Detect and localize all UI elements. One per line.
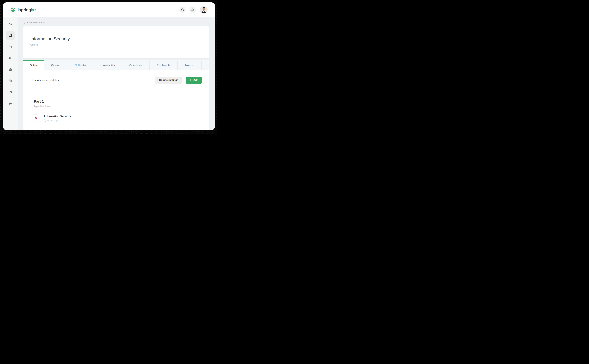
chat-button[interactable] — [179, 7, 186, 13]
sidebar-nav — [3, 17, 18, 130]
tab-more[interactable]: More — [178, 60, 201, 70]
module-list-item[interactable]: Information Security Type description ..… — [33, 114, 202, 122]
home-icon — [8, 22, 12, 26]
calendar-icon — [8, 45, 12, 49]
sidebar-item-home[interactable] — [6, 20, 15, 28]
bar-chart-icon — [8, 68, 12, 71]
notifications-button[interactable] — [189, 7, 196, 13]
sliders-icon — [8, 102, 12, 105]
active-item-indicator — [5, 31, 5, 40]
user-avatar[interactable] — [200, 6, 207, 13]
chat-icon — [181, 8, 184, 12]
module-title[interactable]: Information Security — [44, 115, 71, 118]
plus-icon — [189, 79, 192, 81]
top-bar: ispringlms — [3, 2, 215, 17]
module-text: Information Security Type description ..… — [44, 114, 71, 122]
modules-heading: List of course modules — [32, 79, 59, 82]
toolbar-actions: Course Settings Add — [155, 77, 202, 84]
tab-enrollments[interactable]: Enrollments — [150, 60, 178, 70]
sidebar-item-calendar[interactable] — [6, 42, 15, 51]
tab-strip-filler — [201, 60, 209, 70]
sidebar-item-people[interactable] — [6, 54, 15, 62]
screenshot-frame: ispringlms — [0, 0, 217, 134]
main-content: Back to Materials Information Security C… — [18, 17, 215, 130]
add-module-button[interactable]: Add — [186, 77, 202, 84]
course-title: Information Security — [30, 36, 204, 41]
outline-panel: List of course modules Course Settings A… — [23, 70, 209, 130]
sidebar-item-settings[interactable] — [6, 99, 15, 108]
book-icon — [8, 33, 12, 37]
chevron-down-icon — [192, 65, 194, 66]
chapter-section: Part 1 Type description... — [34, 99, 202, 108]
module-document-icon — [33, 114, 39, 122]
header-actions — [179, 6, 207, 13]
breadcrumb-back-link[interactable]: Back to Materials — [23, 21, 45, 24]
module-description-placeholder[interactable]: Type description ... — [44, 119, 71, 122]
tab-completion[interactable]: Completion — [122, 60, 150, 70]
course-tabs: Outline General Notifications Availabili… — [23, 60, 209, 70]
tab-notifications[interactable]: Notifications — [67, 60, 97, 70]
brand-wordmark: ispringlms — [18, 7, 37, 12]
ispring-lms-logo[interactable]: ispringlms — [10, 7, 37, 13]
sidebar-item-help[interactable] — [6, 88, 15, 97]
app-window: ispringlms — [3, 2, 215, 130]
sidebar-item-materials[interactable] — [6, 31, 15, 40]
people-icon — [8, 56, 12, 60]
sidebar-item-reports[interactable] — [6, 65, 15, 74]
tab-availability[interactable]: Availability — [97, 60, 122, 70]
avatar-image — [200, 6, 207, 13]
course-type-label: Course — [30, 44, 204, 46]
app-body: Back to Materials Information Security C… — [3, 17, 215, 130]
chapter-description-placeholder[interactable]: Type description... — [34, 105, 202, 108]
breadcrumb-label: Back to Materials — [27, 21, 45, 24]
info-window-icon — [8, 79, 12, 83]
chevron-left-icon — [23, 22, 25, 24]
course-settings-button[interactable]: Course Settings — [155, 77, 182, 84]
course-header-card: Information Security Course — [23, 26, 209, 58]
chapter-title[interactable]: Part 1 — [34, 99, 202, 104]
bell-icon — [191, 8, 194, 12]
tab-outline[interactable]: Outline — [23, 60, 44, 70]
sidebar-item-info[interactable] — [6, 76, 15, 85]
tab-general[interactable]: General — [44, 60, 67, 70]
section-divider — [32, 110, 202, 110]
help-bubble-icon — [8, 90, 12, 94]
ispring-flower-icon — [10, 7, 16, 13]
modules-toolbar: List of course modules Course Settings A… — [32, 77, 202, 84]
